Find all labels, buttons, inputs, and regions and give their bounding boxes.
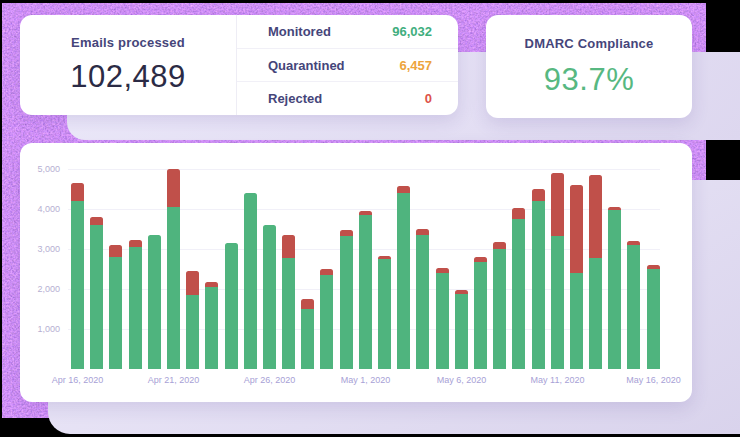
chart-bar[interactable] [397,186,410,369]
monitored-value: 96,032 [392,24,432,39]
chart-bar[interactable] [647,265,660,369]
chart-bar[interactable] [205,282,218,369]
quarantined-segment [570,185,583,273]
monitored-segment [397,193,410,369]
monitored-segment [244,193,257,369]
chart-bar[interactable] [512,208,525,369]
chart-bar[interactable] [129,240,142,369]
quarantined-segment [551,173,564,236]
chart-bar[interactable] [282,235,295,369]
chart-bar[interactable] [570,185,583,369]
y-axis-tick-label: 2,000 [20,284,60,294]
quarantined-segment [532,189,545,201]
chart-bar[interactable] [627,241,640,369]
chart-bar[interactable] [71,183,84,369]
x-axis-tick-label: May 16, 2020 [612,375,696,385]
monitored-segment [282,258,295,369]
dmarc-dashboard-composite: Emails processed 102,489 Monitored 96,03… [0,0,740,437]
breakdown-row-rejected: Rejected 0 [237,82,458,115]
chart-bar[interactable] [90,217,103,369]
chart-bar[interactable] [186,271,199,369]
y-axis-tick-label: 1,000 [20,324,60,334]
monitored-segment [205,287,218,369]
quarantined-segment [512,208,525,219]
rejected-label: Rejected [268,91,322,106]
monitored-segment [167,207,180,369]
monitored-segment [129,247,142,369]
x-axis-tick-label: Apr 16, 2020 [36,375,120,385]
monitored-segment [570,273,583,369]
breakdown-row-monitored: Monitored 96,032 [237,15,458,49]
monitored-segment [225,243,238,369]
chart-bar[interactable] [455,290,468,369]
monitored-segment [186,295,199,369]
chart-bar[interactable] [474,257,487,369]
emails-processed-title: Emails processed [71,35,185,50]
breakdown-row-quarantined: Quarantined 6,457 [237,49,458,83]
quarantined-segment [109,245,122,257]
monitored-segment [551,236,564,369]
monitored-segment [263,225,276,369]
x-axis-tick-label: May 1, 2020 [324,375,408,385]
quarantined-segment [90,217,103,225]
monitored-label: Monitored [268,24,331,39]
quarantined-segment [493,242,506,249]
monitored-segment [532,201,545,369]
monitored-segment [340,236,353,369]
x-axis-tick-label: Apr 26, 2020 [228,375,312,385]
emails-processed-section: Emails processed 102,489 [20,15,236,115]
quarantined-label: Quarantined [268,58,345,73]
monitored-segment [608,210,621,369]
monitored-segment [71,201,84,369]
chart-bar[interactable] [551,173,564,369]
quarantined-segment [301,299,314,309]
x-axis-tick-label: May 11, 2020 [516,375,600,385]
quarantined-segment [167,169,180,207]
monitored-segment [455,294,468,369]
quarantined-segment [282,235,295,258]
chart-bar[interactable] [340,230,353,369]
monitored-segment [416,235,429,369]
chart-bar[interactable] [263,225,276,369]
chart-bar[interactable] [109,245,122,369]
chart-bar[interactable] [301,299,314,369]
dmarc-compliance-card: DMARC Compliance 93.7% [486,15,692,118]
monitored-segment [647,269,660,369]
monitored-segment [320,275,333,369]
chart-bar[interactable] [532,189,545,369]
chart-bar[interactable] [589,175,602,369]
dmarc-compliance-value: 93.7% [544,62,634,98]
y-axis-tick-label: 3,000 [20,244,60,254]
quarantined-segment [71,183,84,201]
email-volume-chart-card: 1,0002,0003,0004,0005,000Apr 16, 2020Apr… [20,143,692,402]
y-axis-tick-label: 5,000 [20,164,60,174]
chart-bar[interactable] [359,211,372,369]
monitored-segment [436,273,449,369]
x-axis-tick-label: Apr 21, 2020 [132,375,216,385]
chart-bar[interactable] [244,193,257,369]
chart-bar[interactable] [378,256,391,369]
email-breakdown-section: Monitored 96,032 Quarantined 6,457 Rejec… [237,15,458,115]
emails-processed-value: 102,489 [70,59,186,95]
bar-series-container [71,169,660,369]
monitored-segment [589,258,602,369]
monitored-segment [148,235,161,369]
monitored-segment [474,262,487,369]
monitored-segment [493,249,506,369]
monitored-segment [512,219,525,369]
chart-bar[interactable] [320,269,333,369]
dmarc-compliance-title: DMARC Compliance [525,36,654,51]
chart-bar[interactable] [493,242,506,369]
chart-bar[interactable] [416,229,429,369]
quarantined-segment [397,186,410,193]
chart-bar[interactable] [608,207,621,369]
quarantined-value: 6,457 [399,58,432,73]
monitored-segment [627,245,640,369]
chart-bar[interactable] [225,243,238,369]
chart-bar[interactable] [167,169,180,369]
chart-bar[interactable] [148,235,161,369]
chart-bar[interactable] [436,268,449,369]
email-stats-card: Emails processed 102,489 Monitored 96,03… [20,15,458,115]
y-axis-tick-label: 4,000 [20,204,60,214]
monitored-segment [109,257,122,369]
